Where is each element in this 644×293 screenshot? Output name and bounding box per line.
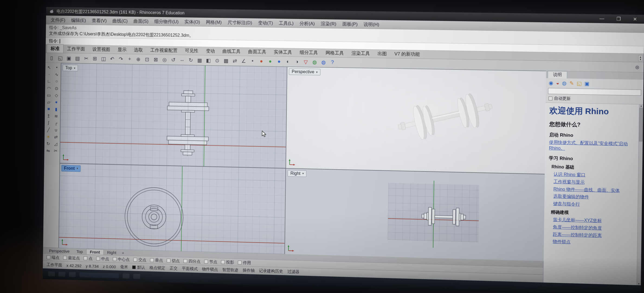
viewport-label-right[interactable]: Right ▾: [288, 170, 307, 177]
toolbar-tab[interactable]: 设置视图: [89, 45, 114, 54]
toolbar-tab[interactable]: 实体工具: [270, 48, 296, 56]
paste-icon[interactable]: ◫: [99, 55, 108, 62]
osnap-toggle[interactable]: 点: [83, 256, 92, 261]
viewport-front[interactable]: Front ▾: [59, 164, 286, 254]
zoom-dynamic-icon[interactable]: ⊕: [134, 55, 143, 63]
ghosted-viewport-icon[interactable]: ◑: [293, 58, 301, 65]
pan-icon[interactable]: +: [126, 55, 134, 63]
selection-filter-icon[interactable]: ▽: [302, 58, 310, 66]
move-icon[interactable]: ⇄: [231, 57, 239, 65]
render-icon[interactable]: ●: [257, 57, 265, 65]
scale-icon[interactable]: ◿: [52, 140, 60, 147]
back-icon[interactable]: ◒: [556, 80, 559, 86]
osnap-toggle[interactable]: 最近点: [63, 255, 80, 260]
menu-item[interactable]: 面板(P): [340, 20, 360, 28]
help-link[interactable]: 距离——控制特定的距离: [553, 232, 634, 240]
rectangle-icon[interactable]: ▭: [45, 91, 53, 98]
named-views-icon[interactable]: ▦: [196, 56, 204, 64]
viewport-label-top[interactable]: Top ▾: [63, 65, 78, 71]
rotate-icon[interactable]: ↻: [44, 140, 52, 147]
menu-item[interactable]: 细分物件(U): [152, 17, 181, 26]
edit-topic-icon[interactable]: ✎: [569, 80, 574, 87]
toolbar-tab[interactable]: 细分工具: [296, 48, 322, 57]
layer-selector[interactable]: 默认: [132, 265, 145, 270]
loft-icon[interactable]: ≋: [52, 113, 60, 120]
help-link[interactable]: 选取要编辑的物件: [553, 194, 635, 201]
grid-snap-icon[interactable]: ▩: [222, 57, 230, 64]
osnap-toggle[interactable]: 切点: [167, 258, 180, 263]
help-link[interactable]: 认识 Rhino 窗口: [553, 171, 635, 179]
maximize-button[interactable]: ❐: [616, 16, 621, 22]
toolbar-tab[interactable]: 显示: [114, 45, 130, 54]
toolbar-tab[interactable]: 出图: [374, 49, 391, 58]
toolbar-tab[interactable]: V7 的新功能: [391, 50, 424, 59]
toolbar-overflow-control[interactable]: ▴ ▾: [638, 55, 643, 61]
status-toggle[interactable]: 记录建构历史: [259, 268, 283, 274]
cylinder-icon[interactable]: ▮: [52, 106, 60, 113]
save-file-icon[interactable]: ▣: [65, 54, 73, 62]
mirror-icon[interactable]: ⇋: [44, 147, 52, 154]
osnap-toggle[interactable]: 中点: [96, 256, 109, 262]
select-icon[interactable]: ↖: [45, 64, 53, 71]
viewport-label-perspective[interactable]: Perspective ▾: [289, 68, 320, 75]
viewport-top[interactable]: Top ▾: [60, 63, 287, 168]
viewport-tab[interactable]: Top: [73, 249, 86, 254]
menu-item[interactable]: 查看(V): [89, 17, 110, 25]
new-file-icon[interactable]: ▯: [48, 54, 56, 62]
curve-icon[interactable]: ∿: [53, 71, 60, 78]
toolbar-tab[interactable]: 变动: [202, 47, 219, 55]
menu-item[interactable]: 分析(A): [297, 19, 318, 27]
angle-icon[interactable]: ∠: [240, 57, 248, 65]
wireframe-viewport-icon[interactable]: ◐: [284, 58, 292, 65]
undo-view-icon[interactable]: ↻: [187, 56, 195, 64]
status-toggle[interactable]: 平面模式: [182, 266, 198, 271]
toolbar-tab[interactable]: 网格工具: [322, 49, 348, 57]
add-viewport-tab[interactable]: +: [120, 250, 126, 255]
menu-item[interactable]: 尺寸标注(D): [225, 18, 255, 27]
scroll-up-icon[interactable]: ▲: [640, 104, 642, 107]
menu-item[interactable]: 曲线(C): [110, 17, 130, 25]
osnap-toggle[interactable]: 节点: [204, 259, 217, 265]
zoom-selected-icon[interactable]: ◎: [160, 56, 169, 63]
object-snap-icon[interactable]: ⊙: [213, 57, 221, 64]
toolbar-tab[interactable]: 可见性: [181, 46, 202, 55]
toolbar-tab[interactable]: 标准: [47, 44, 63, 53]
status-toggle[interactable]: 操作轴: [243, 268, 255, 273]
surface-icon[interactable]: ▱: [45, 98, 53, 106]
scroll-down-icon[interactable]: ▾: [640, 58, 641, 60]
package-manager-icon[interactable]: ◍: [320, 58, 328, 66]
osnap-toggle[interactable]: 停用: [238, 260, 251, 265]
undo-icon[interactable]: ↶: [108, 55, 116, 62]
cut-icon[interactable]: ✂: [82, 55, 90, 62]
minimize-button[interactable]: —: [600, 16, 604, 22]
osnap-toggle[interactable]: 垂点: [150, 257, 163, 263]
toolbar-tab[interactable]: 曲线工具: [219, 47, 244, 56]
polygon-icon[interactable]: ◇: [53, 92, 60, 99]
help-link[interactable]: 使用快捷方式、配置以及“安全模式”启动 Rhino。: [549, 140, 635, 153]
status-toggle[interactable]: 智慧轨迹: [222, 267, 238, 273]
help-link[interactable]: 工作视窗与显示: [553, 179, 635, 187]
chamfer-icon[interactable]: ╱: [44, 126, 52, 133]
fillet-icon[interactable]: ╭: [52, 119, 60, 126]
toolbar-options-icon[interactable]: ⊛: [633, 63, 641, 71]
pan-view-icon[interactable]: ↔: [178, 56, 186, 64]
status-toggle[interactable]: 正交: [169, 266, 178, 271]
ellipse-icon[interactable]: ⊙: [53, 85, 60, 92]
osnap-toggle[interactable]: 四分点: [183, 259, 201, 264]
osnap-toggle[interactable]: 交点: [133, 257, 146, 263]
zoom-window-icon[interactable]: ⊡: [143, 55, 151, 63]
menu-item[interactable]: 工具(L): [276, 19, 297, 27]
help-link[interactable]: 笛卡儿坐标——XYZ坐标: [553, 217, 634, 225]
transform-move-icon[interactable]: ⇄: [52, 133, 60, 140]
menu-item[interactable]: 实体(O): [182, 18, 202, 26]
menu-item[interactable]: 曲面(S): [131, 17, 151, 25]
close-button[interactable]: ✕: [633, 16, 637, 22]
web-browser-icon[interactable]: ◍: [311, 58, 319, 66]
viewport-label-front[interactable]: Front ▾: [61, 165, 80, 172]
points-on-icon[interactable]: •: [53, 64, 60, 71]
menu-item[interactable]: 变动(T): [255, 19, 276, 27]
redo-icon[interactable]: ↷: [117, 55, 125, 63]
help-panel-tab[interactable]: 说明: [548, 71, 567, 79]
extrude-icon[interactable]: ↥: [45, 112, 52, 119]
help-link[interactable]: 角度——控制特定的角度: [553, 224, 634, 232]
